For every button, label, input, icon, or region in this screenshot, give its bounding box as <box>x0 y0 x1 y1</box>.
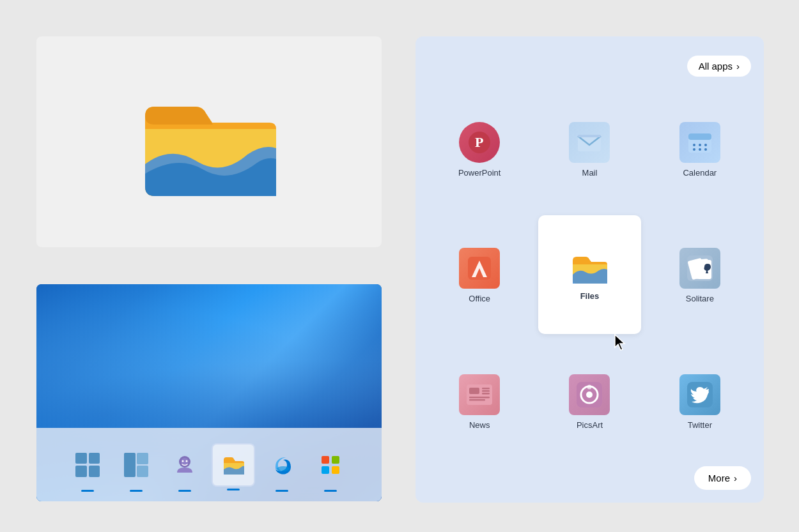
apps-grid: P PowerPoint Mail <box>428 89 751 460</box>
more-arrow-icon: › <box>734 473 737 483</box>
svg-rect-12 <box>578 135 601 137</box>
svg-point-18 <box>693 148 695 151</box>
more-button[interactable]: More › <box>694 466 751 490</box>
app-item-mail[interactable]: Mail <box>538 89 640 208</box>
taskbar-store[interactable] <box>309 443 352 487</box>
svg-rect-27 <box>469 388 479 394</box>
edge-icon <box>269 452 295 478</box>
app-item-picsart[interactable]: PicsArt <box>538 342 640 460</box>
svg-rect-29 <box>482 390 490 392</box>
powerpoint-icon: P <box>459 122 500 163</box>
all-apps-button[interactable]: All apps › <box>687 56 751 77</box>
svg-point-35 <box>586 391 593 398</box>
news-icon <box>459 374 500 415</box>
svg-rect-28 <box>482 388 490 390</box>
app-item-powerpoint[interactable]: P PowerPoint <box>428 89 531 208</box>
desktop-panel <box>36 284 382 501</box>
svg-text:P: P <box>475 134 483 150</box>
more-label: More <box>708 473 730 483</box>
files-icon <box>570 250 609 286</box>
svg-rect-31 <box>469 397 490 399</box>
mail-icon <box>569 122 610 163</box>
files-label: Files <box>580 291 600 301</box>
svg-rect-14 <box>688 133 711 140</box>
news-label: News <box>469 420 490 430</box>
svg-point-4 <box>277 466 290 471</box>
folder-icon-panel <box>36 36 382 247</box>
twitter-label: Twitter <box>688 420 712 430</box>
app-item-news[interactable]: News <box>428 342 531 460</box>
folder-icon-large <box>139 81 279 202</box>
powerpoint-label: PowerPoint <box>458 168 500 178</box>
mail-label: Mail <box>582 168 598 178</box>
start-icon <box>75 453 100 477</box>
app-item-calendar[interactable]: Calendar <box>649 89 751 208</box>
svg-rect-5 <box>322 456 329 464</box>
calendar-label: Calendar <box>683 168 717 178</box>
taskbar-edge[interactable] <box>260 443 304 487</box>
taskbar[interactable] <box>36 428 382 501</box>
svg-point-16 <box>699 144 701 146</box>
app-item-solitaire[interactable]: Solitare <box>649 215 751 333</box>
all-apps-arrow-icon: › <box>736 61 740 72</box>
svg-point-15 <box>693 144 695 146</box>
app-item-files[interactable]: Files <box>538 215 640 333</box>
svg-point-2 <box>182 460 184 462</box>
svg-rect-26 <box>467 384 492 405</box>
all-apps-label: All apps <box>699 61 733 72</box>
picsart-icon <box>569 374 610 415</box>
widgets-icon <box>124 453 148 477</box>
svg-rect-8 <box>332 466 339 474</box>
svg-rect-32 <box>469 399 485 401</box>
solitaire-icon <box>679 248 720 289</box>
store-icon <box>318 452 343 478</box>
files-taskbar-icon <box>221 452 246 478</box>
desktop-background <box>36 284 382 501</box>
app-item-twitter[interactable]: Twitter <box>649 342 751 460</box>
teams-icon <box>172 452 198 478</box>
svg-point-19 <box>699 148 701 151</box>
calendar-icon <box>679 122 720 163</box>
svg-point-36 <box>587 384 592 389</box>
svg-rect-6 <box>332 456 339 464</box>
taskbar-start[interactable] <box>66 443 109 487</box>
office-icon <box>459 248 500 289</box>
taskbar-widgets[interactable] <box>114 443 158 487</box>
svg-point-3 <box>186 460 188 462</box>
solitaire-label: Solitare <box>686 294 714 303</box>
svg-point-20 <box>704 148 707 151</box>
svg-rect-30 <box>482 393 490 395</box>
svg-rect-7 <box>322 466 329 474</box>
picsart-label: PicsArt <box>577 420 603 430</box>
svg-point-17 <box>704 144 707 146</box>
office-label: Office <box>469 294 490 303</box>
app-item-office[interactable]: Office <box>428 215 531 333</box>
taskbar-teams[interactable] <box>163 443 206 487</box>
start-menu-panel: All apps › P PowerPoint Mail <box>415 36 764 503</box>
taskbar-files[interactable] <box>212 443 255 487</box>
twitter-icon <box>679 374 720 415</box>
